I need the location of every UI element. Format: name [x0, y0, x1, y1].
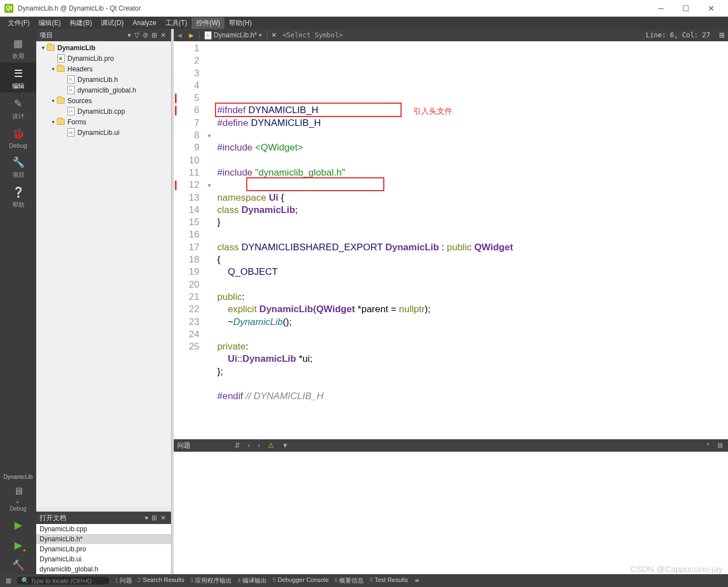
menu-帮助[interactable]: 帮助(H)	[224, 17, 256, 29]
menu-控件[interactable]: 控件(W)	[192, 17, 224, 29]
code-line[interactable]: Q_OBJECT	[217, 266, 728, 278]
add-split-icon[interactable]: ⊞	[150, 31, 159, 39]
code-line[interactable]: ~DynamicLib();	[217, 316, 728, 328]
expand-arrow-icon[interactable]: ▾	[50, 98, 56, 104]
menu-文件[interactable]: 文件(F)	[3, 17, 34, 29]
menu-构建[interactable]: 构建(B)	[65, 17, 96, 29]
dropdown-icon[interactable]: ▾	[143, 514, 150, 522]
problems-pane[interactable]	[174, 452, 728, 574]
code-editor[interactable]: 1234567891011121314151617181920212223242…	[174, 41, 728, 439]
close-panel-icon[interactable]: ✕	[159, 514, 168, 522]
tree-item[interactable]: ▾Headers	[36, 64, 171, 74]
open-doc-item[interactable]: dynamiclib_global.h	[36, 564, 171, 574]
code-line[interactable]: }	[217, 216, 728, 229]
next-icon[interactable]: ›	[256, 442, 262, 449]
code-line[interactable]: };	[217, 366, 728, 378]
add-split-icon[interactable]: ⊞	[150, 514, 159, 522]
open-doc-item[interactable]: DynamicLib.cpp	[36, 524, 171, 534]
project-panel-title[interactable]: 项目	[40, 31, 126, 40]
tree-item[interactable]: ▣DynamicLib.pro	[36, 53, 171, 64]
code-line[interactable]	[217, 229, 728, 241]
code-line[interactable]: class DYNAMICLIBSHARED_EXPORT DynamicLib…	[217, 241, 728, 254]
mode-设计[interactable]: ✎设计	[0, 93, 36, 123]
code-line[interactable]: class DynamicLib;	[217, 204, 728, 216]
dropdown-icon[interactable]: ▾	[126, 31, 133, 39]
mode-项目[interactable]: 🔧项目	[0, 151, 36, 181]
open-doc-item[interactable]: DynamicLib.ui	[36, 554, 171, 564]
symbol-selector[interactable]: <Select Symbol>	[279, 31, 640, 39]
filter-icon[interactable]: ⇵	[233, 442, 242, 449]
tree-item[interactable]: uiDynamicLib.ui	[36, 127, 171, 138]
code-line[interactable]: public:	[217, 291, 728, 303]
mode-编辑[interactable]: ☰编辑	[0, 62, 36, 93]
cursor-position[interactable]: Line: 6, Col: 27	[640, 31, 716, 39]
minimize-button[interactable]: ─	[648, 0, 673, 17]
locator-input[interactable]: 🔍 Type to locate (Ctrl+K)	[16, 576, 110, 585]
code-line[interactable]: private:	[217, 341, 728, 353]
mode-欢迎[interactable]: ▦欢迎	[0, 32, 36, 62]
output-tab-4[interactable]: 4 编译输出	[235, 576, 269, 585]
code-line[interactable]	[217, 154, 728, 167]
code-line[interactable]: Ui::DynamicLib *ui;	[217, 353, 728, 365]
filter-icon[interactable]: ▽	[133, 31, 141, 39]
code-line[interactable]	[217, 328, 728, 341]
nav-back-button[interactable]: ◄	[174, 31, 185, 40]
file-selector[interactable]: h DynamicLib.h* ▾	[201, 31, 265, 40]
output-tab-5[interactable]: 5 Debugger Console	[270, 576, 331, 585]
code-line[interactable]	[217, 378, 728, 390]
code-line[interactable]: #define DYNAMICLIB_H	[217, 117, 728, 129]
debug-run-button[interactable]: ▶●	[0, 534, 36, 554]
nav-forward-button[interactable]: ►	[185, 31, 197, 40]
funnel-icon[interactable]: ▼	[280, 442, 290, 449]
close-file-button[interactable]: ✕	[269, 31, 279, 39]
expand-arrow-icon[interactable]: ▾	[40, 45, 46, 51]
run-button[interactable]: ▶	[0, 514, 36, 534]
code-line[interactable]: #endif // DYNAMICLIB_H	[217, 390, 728, 402]
output-tab-8[interactable]: 8 Test Results	[367, 576, 410, 585]
prev-icon[interactable]: ‹	[246, 442, 252, 449]
menu-调试[interactable]: 调试(D)	[96, 17, 128, 29]
code-line[interactable]	[217, 403, 728, 415]
menu-analyze[interactable]: Analyze	[128, 18, 161, 28]
menu-工具[interactable]: 工具(T)	[161, 17, 192, 29]
open-docs-title[interactable]: 打开文档	[40, 513, 143, 523]
warning-icon[interactable]: ⚠	[266, 442, 276, 449]
tree-item[interactable]: hDynamicLib.h	[36, 74, 171, 85]
maximize-pane-icon[interactable]: ^	[705, 442, 711, 449]
menu-编辑[interactable]: 编辑(E)	[34, 17, 65, 29]
tree-item[interactable]: ▾DynamicLib	[36, 42, 171, 53]
mode-帮助[interactable]: ❔帮助	[0, 181, 36, 211]
code-line[interactable]: explicit DynamicLib(QWidget *parent = nu…	[217, 303, 728, 316]
problems-title[interactable]: 问题	[177, 441, 190, 450]
close-pane-icon[interactable]: ⊠	[716, 442, 725, 449]
link-icon[interactable]: ⊘	[141, 31, 150, 39]
code-line[interactable]: #include <QWidget>	[217, 142, 728, 154]
expand-arrow-icon[interactable]: ▾	[50, 119, 56, 125]
mode-Debug[interactable]: 🐞Debug	[0, 123, 36, 151]
kit-selector[interactable]: 🖥 ▸ Debug	[10, 482, 26, 514]
tree-item[interactable]: ▾Forms	[36, 117, 171, 127]
close-button[interactable]: ✕	[698, 0, 724, 17]
output-tab-3[interactable]: 3 应用程序输出	[188, 576, 234, 585]
tree-item[interactable]: ▾Sources	[36, 95, 171, 106]
tree-item[interactable]: c+DynamicLib.cpp	[36, 106, 171, 117]
code-line[interactable]: namespace Ui {	[217, 192, 728, 204]
output-tab-1[interactable]: 1 问题	[113, 576, 134, 585]
tree-item[interactable]: hdynamiclib_global.h	[36, 85, 171, 95]
kit-selector-label[interactable]: DynamicLib	[3, 472, 32, 482]
code-line[interactable]	[217, 279, 728, 291]
close-panel-icon[interactable]: ✕	[159, 31, 168, 39]
sidebar-toggle-icon[interactable]: ▥	[3, 577, 13, 584]
maximize-button[interactable]: ☐	[673, 0, 698, 17]
expand-arrow-icon[interactable]: ▾	[50, 66, 56, 72]
split-editor-icon[interactable]: ⊞	[716, 31, 728, 39]
open-doc-item[interactable]: DynamicLib.pro	[36, 544, 171, 554]
status-more-icon[interactable]: ≑	[412, 577, 422, 584]
code-line[interactable]: {	[217, 254, 728, 266]
output-tab-6[interactable]: 6 概要信息	[332, 576, 366, 585]
code-line[interactable]	[217, 129, 728, 142]
open-doc-item[interactable]: DynamicLib.h*	[36, 534, 171, 544]
output-tab-2[interactable]: 2 Search Results	[135, 576, 187, 585]
build-button[interactable]: 🔨	[0, 554, 36, 574]
project-tree[interactable]: ▾DynamicLib▣DynamicLib.pro▾HeadershDynam…	[36, 41, 171, 508]
